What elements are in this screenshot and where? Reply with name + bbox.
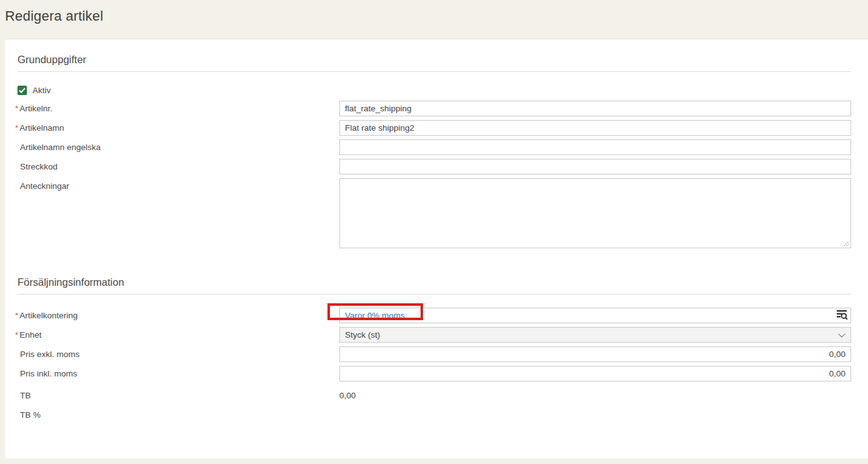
artikelnamn-row: *Artikelnamn bbox=[17, 120, 851, 136]
chevron-down-icon bbox=[838, 333, 846, 338]
anteckningar-textarea[interactable] bbox=[339, 178, 851, 248]
enhet-row: *Enhet Styck (st) bbox=[17, 327, 851, 343]
tb-procent-row: TB % bbox=[17, 407, 851, 423]
artikelkontering-row: *Artikelkontering Varor 0% moms bbox=[17, 308, 851, 323]
streckkod-label: Streckkod bbox=[17, 159, 339, 174]
section-grunduppgifter: Grunduppgifter Aktiv *Artikelnr. bbox=[17, 54, 851, 248]
required-asterisk: * bbox=[15, 123, 18, 133]
page: Redigera artikel Grunduppgifter Aktiv *A… bbox=[0, 0, 868, 458]
enhet-selected-value: Styck (st) bbox=[345, 330, 380, 340]
tb-row: TB 0,00 bbox=[17, 388, 851, 403]
required-asterisk: * bbox=[15, 330, 18, 340]
artikelkontering-link[interactable]: Varor 0% moms bbox=[345, 311, 405, 320]
artikelnamn-input[interactable] bbox=[339, 120, 851, 136]
artikelnamn-engelska-label: Artikelnamn engelska bbox=[17, 139, 339, 155]
anteckningar-row: Anteckningar bbox=[17, 178, 851, 248]
section-heading-grunduppgifter: Grunduppgifter bbox=[17, 54, 851, 72]
pris-inkl-moms-label: Pris inkl. moms bbox=[17, 366, 339, 381]
aktiv-row: Aktiv bbox=[17, 85, 851, 95]
tb-value: 0,00 bbox=[339, 391, 356, 400]
pris-inkl-moms-input[interactable] bbox=[339, 366, 851, 381]
resize-handle-icon[interactable] bbox=[843, 240, 849, 246]
artikelnamn-engelska-input[interactable] bbox=[339, 139, 851, 155]
artikelnamn-engelska-row: Artikelnamn engelska bbox=[17, 139, 851, 155]
artikelkontering-field: Varor 0% moms bbox=[339, 308, 851, 323]
pris-exkl-moms-input[interactable] bbox=[339, 346, 851, 362]
required-asterisk: * bbox=[15, 311, 18, 320]
artikelnr-label: *Artikelnr. bbox=[17, 101, 339, 116]
tb-label: TB bbox=[17, 388, 339, 403]
artikelnr-row: *Artikelnr. bbox=[17, 101, 851, 116]
aktiv-checkbox[interactable] bbox=[17, 86, 27, 95]
artikelnr-input[interactable] bbox=[339, 101, 851, 116]
tb-procent-label: TB % bbox=[17, 407, 339, 423]
streckkod-input[interactable] bbox=[339, 159, 851, 174]
pris-inkl-moms-row: Pris inkl. moms bbox=[17, 366, 851, 381]
required-asterisk: * bbox=[15, 104, 18, 113]
pris-exkl-moms-label: Pris exkl. moms bbox=[17, 346, 339, 362]
enhet-select[interactable]: Styck (st) bbox=[339, 327, 851, 343]
pris-exkl-moms-row: Pris exkl. moms bbox=[17, 346, 851, 362]
aktiv-label: Aktiv bbox=[32, 86, 51, 95]
artikelnamn-label: *Artikelnamn bbox=[17, 120, 339, 136]
page-title: Redigera artikel bbox=[5, 8, 868, 24]
artikelkontering-label: *Artikelkontering bbox=[17, 308, 339, 323]
section-heading-forsaljningsinformation: Försäljningsinformation bbox=[17, 276, 851, 295]
artikelkontering-lookup-button[interactable] bbox=[835, 310, 849, 322]
anteckningar-label: Anteckningar bbox=[17, 178, 339, 192]
streckkod-row: Streckkod bbox=[17, 159, 851, 174]
page-header: Redigera artikel bbox=[0, 0, 868, 39]
content-panel: Grunduppgifter Aktiv *Artikelnr. bbox=[5, 39, 868, 458]
enhet-label: *Enhet bbox=[17, 327, 339, 343]
section-forsaljningsinformation: Försäljningsinformation *Artikelkonterin… bbox=[17, 276, 851, 423]
list-search-icon bbox=[836, 310, 848, 322]
checkmark-icon bbox=[19, 84, 26, 96]
